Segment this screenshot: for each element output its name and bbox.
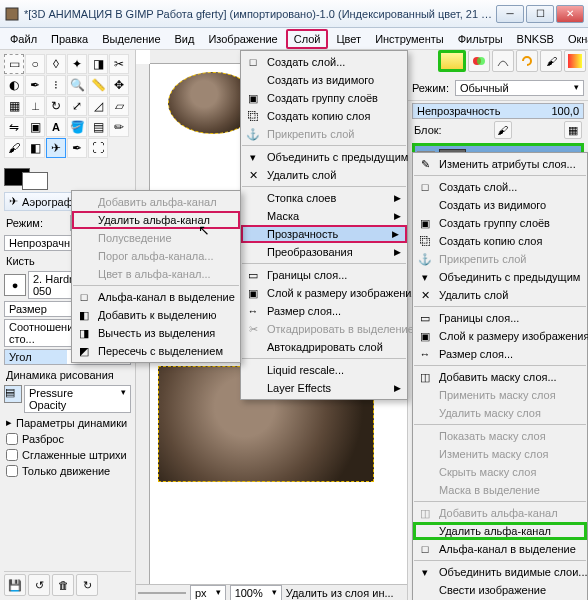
menu-select[interactable]: Выделение [96,31,166,47]
menu-item[interactable]: Свести изображение [413,581,587,599]
menu-item[interactable]: □Создать слой... [241,53,407,71]
scale-tool[interactable]: ⤢ [67,96,87,116]
menu-item[interactable]: Layer Effects▶ [241,379,407,397]
menu-item[interactable]: ▾Объединить видимые слои... [413,563,587,581]
menu-item[interactable]: ◧Добавить к выделению [72,306,240,324]
undo-history-icon[interactable] [516,50,538,72]
rotate-tool[interactable]: ↻ [46,96,66,116]
lock-alpha-icon[interactable]: ▦ [564,121,582,139]
menu-item[interactable]: Создать из видимого [413,196,587,214]
blend-tool[interactable]: ▤ [88,117,108,137]
menu-item[interactable]: ◩Пересечь с выделением [72,342,240,360]
menu-item[interactable]: ⿻Создать копию слоя [413,232,587,250]
foreground-select-tool[interactable]: ◐ [4,75,24,95]
maximize-button[interactable]: ☐ [526,5,554,23]
menu-item[interactable]: □Альфа-канал в выделение [72,288,240,306]
menu-item[interactable]: ▭Границы слоя... [413,309,587,327]
params-label[interactable]: Параметры динамики [16,417,127,429]
close-button[interactable]: ✕ [556,5,584,23]
unit-dropdown[interactable]: px [190,585,226,601]
clone-tool[interactable]: ⛶ [88,138,108,158]
menu-item[interactable]: □Создать слой... [413,178,587,196]
reset-preset-icon[interactable]: ↻ [76,574,98,596]
menu-item[interactable]: Liquid rescale... [241,361,407,379]
menu-item[interactable]: Преобразования▶ [241,243,407,261]
bucket-fill-tool[interactable]: 🪣 [67,117,87,137]
color-picker-tool[interactable]: ⁝ [46,75,66,95]
onlymove-checkbox[interactable] [6,465,18,477]
measure-tool[interactable]: 📏 [88,75,108,95]
save-preset-icon[interactable]: 💾 [4,574,26,596]
ink-tool[interactable]: ✒ [67,138,87,158]
menu-image[interactable]: Изображение [202,31,283,47]
menu-item[interactable]: ↔Размер слоя... [413,345,587,363]
menu-filters[interactable]: Фильтры [452,31,509,47]
zoom-dropdown[interactable]: 100% [230,585,282,601]
menu-item[interactable]: ▾Объединить с предыдущим [241,148,407,166]
menu-item[interactable]: ▣Создать группу слоёв [241,89,407,107]
align-tool[interactable]: ▦ [4,96,24,116]
ellipse-select-tool[interactable]: ○ [25,54,45,74]
menu-item[interactable]: Маска▶ [241,207,407,225]
dynamics-dropdown[interactable]: Pressure Opacity [24,385,131,413]
color-select-tool[interactable]: ◨ [88,54,108,74]
menu-item[interactable]: ▣Создать группу слоёв [413,214,587,232]
free-select-tool[interactable]: ◊ [46,54,66,74]
blend-mode-dropdown[interactable]: Обычный [455,80,584,96]
pencil-tool[interactable]: ✏ [109,117,129,137]
paintbrush-tool[interactable]: 🖌 [4,138,24,158]
menu-edit[interactable]: Правка [45,31,94,47]
menu-item[interactable]: ⿻Создать копию слоя [241,107,407,125]
gradient-tab-icon[interactable] [564,50,586,72]
menu-tools[interactable]: Инструменты [369,31,450,47]
menu-layer[interactable]: Слой [286,29,329,49]
menu-view[interactable]: Вид [169,31,201,47]
expand-icon[interactable]: ▸ [6,416,12,429]
restore-preset-icon[interactable]: ↺ [28,574,50,596]
menu-item[interactable]: ▣Слой к размеру изображения [413,327,587,345]
menu-item[interactable]: Создать из видимого [241,71,407,89]
brush-preview[interactable]: ● [4,274,26,296]
smooth-checkbox[interactable] [6,449,18,461]
menu-windows[interactable]: Окна [562,31,588,47]
menu-item[interactable]: Прозрачность▶ [241,225,407,243]
cage-tool[interactable]: ▣ [25,117,45,137]
move-tool[interactable]: ✥ [109,75,129,95]
scatter-checkbox[interactable] [6,433,18,445]
channels-tab-icon[interactable] [468,50,490,72]
perspective-tool[interactable]: ▱ [109,96,129,116]
menu-file[interactable]: Файл [4,31,43,47]
menu-item[interactable]: Стопка слоев▶ [241,189,407,207]
layers-tab-icon[interactable] [438,50,466,72]
menu-item[interactable]: ◨Вычесть из выделения [72,324,240,342]
menu-item[interactable]: ◫Добавить маску слоя... [413,368,587,386]
minimize-button[interactable]: ─ [496,5,524,23]
text-tool[interactable]: A [46,117,66,137]
menu-item[interactable]: ✕Удалить слой [413,286,587,304]
lock-pixels-icon[interactable]: 🖌 [494,121,512,139]
paths-tool[interactable]: ✒ [25,75,45,95]
menu-item[interactable]: ▾Объединить с предыдущим [413,268,587,286]
menu-bnksb[interactable]: BNKSB [511,31,560,47]
dynamics-icon[interactable]: ▤ [4,385,22,403]
scissors-tool[interactable]: ✂ [109,54,129,74]
rect-select-tool[interactable]: ▭ [4,54,24,74]
crop-tool[interactable]: ⟂ [25,96,45,116]
menu-item[interactable]: Удалить альфа-канал [72,211,240,229]
menu-item[interactable]: Автокадрировать слой [241,338,407,356]
flip-tool[interactable]: ⇋ [4,117,24,137]
menu-item[interactable]: Удалить альфа-канал [413,522,587,540]
shear-tool[interactable]: ◿ [88,96,108,116]
zoom-tool[interactable]: 🔍 [67,75,87,95]
menu-item[interactable]: ✎Изменить атрибуты слоя... [413,155,587,173]
bg-color[interactable] [22,172,48,190]
layer-opacity-slider[interactable]: Непрозрачность 100,0 [412,103,584,119]
menu-color[interactable]: Цвет [330,31,367,47]
menu-item[interactable]: ✕Удалить слой [241,166,407,184]
eraser-tool[interactable]: ◧ [25,138,45,158]
brush-tab-icon[interactable]: 🖌 [540,50,562,72]
delete-preset-icon[interactable]: 🗑 [52,574,74,596]
menu-item[interactable]: ▣Слой к размеру изображения [241,284,407,302]
paths-tab-icon[interactable] [492,50,514,72]
menu-item[interactable]: ▭Границы слоя... [241,266,407,284]
